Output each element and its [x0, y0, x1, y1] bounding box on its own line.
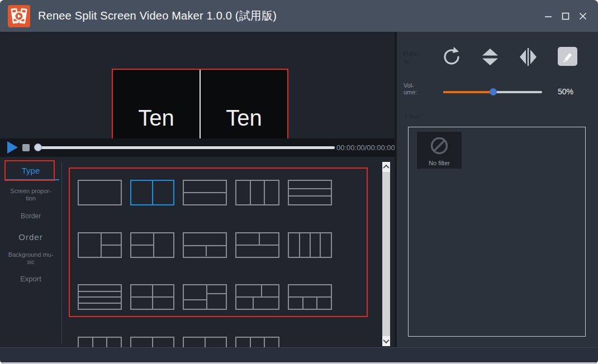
- app-logo-icon: [8, 5, 30, 27]
- layout-template-two-rows[interactable]: [183, 180, 227, 205]
- template-divider-line: [207, 293, 226, 294]
- template-divider-line: [316, 297, 317, 309]
- template-divider-line: [250, 338, 251, 348]
- layout-template-offset-quad[interactable]: [235, 284, 279, 310]
- rotate-label: Rota- te:: [404, 50, 419, 65]
- no-filter-icon: [429, 136, 449, 156]
- template-divider-line: [259, 233, 260, 245]
- template-divider-line: [184, 245, 226, 246]
- volume-label: Vol- ume:: [404, 82, 417, 95]
- scrollbar-up-button[interactable]: [382, 162, 390, 172]
- maximize-button[interactable]: [559, 10, 572, 22]
- layout-template-three-columns[interactable]: [235, 180, 279, 205]
- template-divider-line: [79, 296, 121, 298]
- template-divider-line: [205, 338, 206, 348]
- seek-slider[interactable]: [35, 146, 335, 149]
- status-bar: [0, 347, 598, 364]
- template-divider-line: [236, 245, 278, 246]
- template-divider-line: [299, 233, 300, 257]
- chevron-up-icon: [383, 165, 389, 171]
- volume-value: 50%: [558, 87, 573, 96]
- template-divider-line: [236, 296, 278, 298]
- right-panel: Rota- te: Vol- um: [397, 32, 598, 347]
- flip-vertical-button[interactable]: [481, 47, 500, 69]
- stop-button[interactable]: [22, 144, 30, 151]
- template-divider-line: [206, 246, 207, 257]
- template-divider-line: [289, 296, 331, 298]
- template-divider-line: [289, 195, 331, 197]
- layout-template-staggered-quad[interactable]: [183, 284, 227, 310]
- play-button[interactable]: [7, 141, 18, 154]
- template-divider-line: [152, 181, 153, 204]
- layout-template-left-split-right-full[interactable]: [130, 232, 174, 258]
- layout-template-top-split-bottom-full[interactable]: [235, 232, 279, 258]
- template-divider-line: [184, 192, 226, 193]
- layout-template-top-full-bottom-split[interactable]: [183, 232, 227, 258]
- player-bar: 00:00:00/00:00:00: [0, 138, 395, 157]
- window-title: Renee Split Screen Video Maker 1.0.0 (試用…: [38, 8, 277, 23]
- layout-template-three-rows[interactable]: [288, 180, 332, 205]
- template-divider-line: [250, 181, 251, 204]
- template-divider-line: [106, 338, 107, 348]
- layout-template-four-columns[interactable]: [288, 232, 332, 258]
- scrollbar-down-button[interactable]: [382, 336, 390, 346]
- layout-template-top-full-bottom-three[interactable]: [288, 284, 332, 310]
- template-divider-line: [101, 245, 121, 246]
- filter-label: Filter:: [405, 112, 423, 121]
- template-divider-line: [79, 303, 121, 304]
- flip-vertical-icon: [481, 47, 500, 66]
- window-controls: [542, 10, 589, 22]
- template-divider-line: [206, 285, 207, 309]
- close-button[interactable]: [577, 10, 589, 22]
- close-icon: [579, 12, 587, 20]
- flip-horizontal-button[interactable]: [519, 47, 538, 69]
- preview-pane-right-label: Ten: [226, 106, 262, 131]
- layout-template-left-full-right-split[interactable]: [78, 232, 122, 258]
- layout-template-two-columns[interactable]: [130, 180, 174, 205]
- template-divider-line: [264, 338, 265, 348]
- template-divider-line: [261, 285, 262, 297]
- app-window: Renee Split Screen Video Maker 1.0.0 (試用…: [0, 0, 598, 364]
- rotate-icon: [442, 46, 462, 66]
- seek-thumb[interactable]: [34, 143, 42, 151]
- template-divider-line: [92, 338, 93, 348]
- template-divider-line: [152, 338, 153, 348]
- layout-template-four-rows[interactable]: [78, 284, 122, 310]
- layout-template-two-columns-partial[interactable]: [130, 337, 174, 348]
- template-scrollbar[interactable]: [382, 162, 390, 346]
- layout-template-three-columns-partial[interactable]: [78, 337, 122, 348]
- volume-slider[interactable]: [443, 91, 542, 93]
- template-divider-line: [289, 188, 331, 189]
- maximize-icon: [562, 12, 569, 20]
- template-divider-line: [184, 299, 207, 300]
- template-divider-line: [310, 233, 311, 257]
- filter-list-box: No filter: [408, 127, 586, 337]
- template-divider-line: [253, 297, 254, 309]
- flip-horizontal-icon: [519, 47, 538, 66]
- chevron-down-icon: [383, 337, 389, 343]
- edit-pen-button[interactable]: [558, 47, 577, 66]
- layout-template-two-columns-partial-2[interactable]: [183, 337, 227, 348]
- template-divider-line: [131, 296, 173, 298]
- template-divider-line: [320, 233, 321, 257]
- volume-thumb[interactable]: [490, 88, 497, 95]
- layout-template-quad-grid[interactable]: [130, 284, 174, 310]
- minimize-icon: [544, 12, 552, 20]
- layout-template-three-columns-partial-2[interactable]: [235, 337, 279, 348]
- minimize-button[interactable]: [542, 10, 554, 22]
- volume-fill: [443, 91, 493, 93]
- preview-area: Ten Ten: [0, 32, 395, 138]
- filter-option-label: No filter: [429, 160, 450, 166]
- title-bar: Renee Split Screen Video Maker 1.0.0 (試用…: [0, 0, 598, 32]
- filter-option-no-filter[interactable]: No filter: [417, 132, 462, 169]
- template-divider-line: [79, 291, 121, 292]
- rotate-button[interactable]: [442, 46, 462, 69]
- time-display: 00:00:00/00:00:00: [336, 143, 395, 152]
- preview-pane-left-label: Ten: [138, 106, 174, 131]
- layout-template-single[interactable]: [78, 180, 122, 205]
- template-divider-line: [131, 245, 154, 246]
- template-grid: [0, 157, 395, 347]
- content-area: Type Screen propor- tion Border Order Ba…: [0, 157, 395, 347]
- template-divider-line: [264, 181, 265, 204]
- template-divider-line: [302, 297, 303, 309]
